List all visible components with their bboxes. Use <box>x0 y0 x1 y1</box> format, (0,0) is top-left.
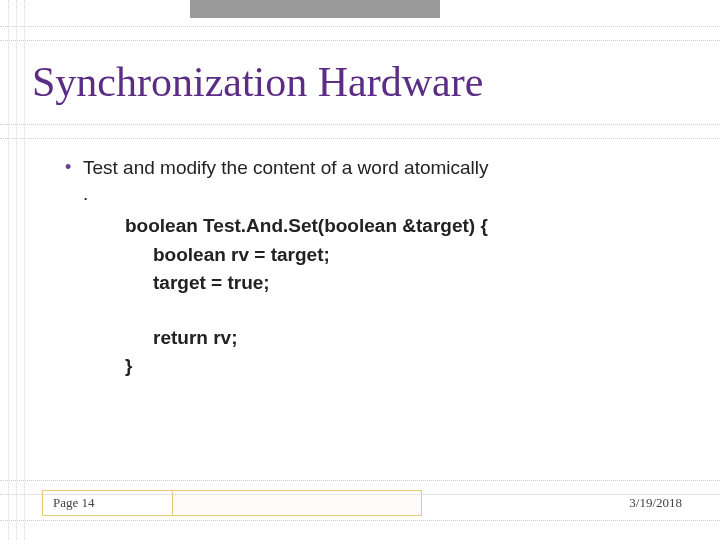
code-line: boolean Test.And.Set(boolean &target) { <box>125 212 680 241</box>
slide-footer: Page 14 3/19/2018 <box>42 490 690 516</box>
grid-line <box>24 0 25 540</box>
grid-line <box>0 138 720 139</box>
grid-line <box>0 40 720 41</box>
grid-line <box>16 0 17 540</box>
page-number: Page 14 <box>42 490 172 516</box>
code-line: return rv; <box>125 324 680 353</box>
code-line: boolean rv = target; <box>125 241 680 270</box>
bullet-dot-icon: • <box>65 155 83 180</box>
grid-line <box>0 520 720 521</box>
grid-line <box>0 26 720 27</box>
bullet-item: • Test and modify the content of a word … <box>65 155 680 181</box>
slide-title: Synchronization Hardware <box>32 58 483 106</box>
code-line: target = true; <box>125 269 680 298</box>
grid-line <box>0 124 720 125</box>
sub-dot: . <box>65 181 680 207</box>
footer-date: 3/19/2018 <box>629 490 690 516</box>
grid-line <box>8 0 9 540</box>
top-gray-bar <box>190 0 440 18</box>
footer-mid-box <box>172 490 422 516</box>
grid-line <box>0 480 720 481</box>
code-line: } <box>125 352 680 381</box>
slide-body: • Test and modify the content of a word … <box>65 155 680 381</box>
code-block: boolean Test.And.Set(boolean &target) { … <box>125 212 680 381</box>
bullet-text: Test and modify the content of a word at… <box>83 155 680 181</box>
